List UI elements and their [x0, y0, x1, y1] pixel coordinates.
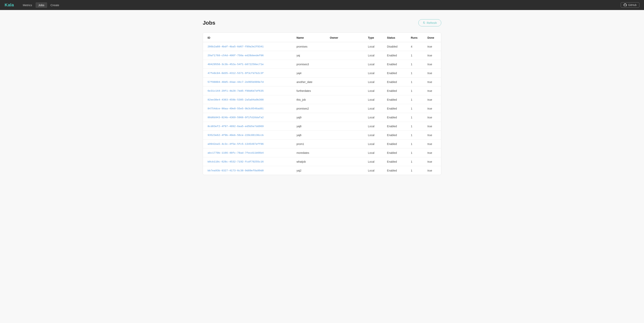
- job-id-link[interactable]: 8cd83ef2-4f97-4892-6aa5-ed5b5e7dd969: [208, 125, 264, 128]
- job-owner: [327, 113, 365, 122]
- job-name: yaj4: [293, 69, 326, 78]
- job-name: promises: [293, 42, 326, 51]
- job-id-link[interactable]: 47fe0c04-0d35-4312-5371-9f3cfd7b2c3f: [208, 72, 264, 75]
- job-done: true: [424, 95, 441, 104]
- job-status: Disabled: [384, 42, 408, 51]
- job-id-link[interactable]: 84754dce-90aa-49e0-55e5-9b3c0546ad81: [208, 107, 264, 110]
- col-header-owner: Owner: [327, 33, 365, 42]
- job-name: another_date: [293, 78, 326, 86]
- job-name: prom1: [293, 140, 326, 148]
- page-content: Jobs ↻ Refresh ID Name Owner Type Status…: [195, 10, 449, 183]
- job-done: true: [424, 131, 441, 140]
- refresh-button[interactable]: ↻ Refresh: [418, 19, 441, 26]
- github-button[interactable]: GitHub: [621, 2, 640, 8]
- job-done: true: [424, 104, 441, 113]
- job-status: Enabled: [384, 51, 408, 60]
- job-status: Enabled: [384, 166, 408, 175]
- job-owner: [327, 42, 365, 51]
- table-row: 40429558-3c3b-452a-54f1-b872258ec71eprom…: [203, 60, 441, 69]
- table-row: 8cd83ef2-4f97-4892-6aa5-ed5b5e7dd969yaj8…: [203, 122, 441, 131]
- job-id-link[interactable]: 57f88804-48d5-44ae-44c7-2e965b989e7d: [208, 81, 264, 84]
- job-status: Enabled: [384, 69, 408, 78]
- job-owner: [327, 122, 365, 131]
- job-status: Enabled: [384, 60, 408, 69]
- job-runs: 1: [408, 148, 424, 157]
- navbar-link-create[interactable]: Create: [48, 2, 62, 8]
- job-type: Local: [365, 166, 384, 175]
- job-id-link[interactable]: 29af1768-c54d-400f-750a-ed28deedef06: [208, 54, 264, 57]
- table-row: 6e31c144-29f1-4b28-7dd5-f88d6d7df635furt…: [203, 86, 441, 95]
- job-id-link[interactable]: 286b2a88-4bdf-4ba5-6d67-f89a3e2f8341: [208, 45, 264, 48]
- job-name: yaj8: [293, 122, 326, 131]
- job-done: true: [424, 78, 441, 86]
- job-name: yaj: [293, 51, 326, 60]
- job-owner: [327, 69, 365, 78]
- job-runs: 1: [408, 131, 424, 140]
- job-owner: [327, 148, 365, 157]
- table-row: 286b2a88-4bdf-4ba5-6d67-f89a3e2f8341prom…: [203, 42, 441, 51]
- job-done: true: [424, 122, 441, 131]
- table-row: b0cb110c-628c-4532-7192-fcdf70255c16what…: [203, 157, 441, 166]
- job-runs: 1: [408, 86, 424, 95]
- job-id-link[interactable]: bb7ea93b-6327-4173-6c38-9d89ef8a99d0: [208, 169, 264, 172]
- table-row: 84754dce-90aa-49e0-55e5-9b3c0546ad81prom…: [203, 104, 441, 113]
- navbar: Kala Metrics Jobs Create GitHub: [0, 0, 644, 10]
- job-status: Enabled: [384, 86, 408, 95]
- job-id-link[interactable]: b0cb110c-628c-4532-7192-fcdf70255c16: [208, 160, 264, 163]
- job-id-link[interactable]: a9942ea5-4c3c-4f5e-5fc5-1345497eff86: [208, 143, 264, 146]
- jobs-table-card: ID Name Owner Type Status Runs Done 286b…: [203, 33, 441, 175]
- table-row: 57f88804-48d5-44ae-44c7-2e965b989e7danot…: [203, 78, 441, 86]
- job-id-link[interactable]: 93523e62-4f9b-40eb-56ce-220c06136ccb: [208, 134, 264, 137]
- job-name: promises3: [293, 60, 326, 69]
- table-row: 47fe0c04-0d35-4312-5371-9f3cfd7b2c3fyaj4…: [203, 69, 441, 78]
- job-owner: [327, 104, 365, 113]
- navbar-link-jobs[interactable]: Jobs: [36, 2, 47, 8]
- job-type: Local: [365, 140, 384, 148]
- job-type: Local: [365, 104, 384, 113]
- refresh-label: Refresh: [427, 21, 437, 25]
- job-name: promises2: [293, 104, 326, 113]
- job-id-link[interactable]: 88d6b943-824b-4369-5966-9f1fd16dafa2: [208, 116, 264, 119]
- job-type: Local: [365, 60, 384, 69]
- job-id-link[interactable]: 82ee38e4-4383-459b-5385-2a5a04a9b308: [208, 98, 264, 101]
- table-row: bb7ea93b-6327-4173-6c38-9d89ef8a99d0yaj2…: [203, 166, 441, 175]
- col-header-type: Type: [365, 33, 384, 42]
- col-header-done: Done: [424, 33, 441, 42]
- table-row: 82ee38e4-4383-459b-5385-2a5a04a9b308this…: [203, 95, 441, 104]
- job-runs: 1: [408, 113, 424, 122]
- job-runs: 1: [408, 95, 424, 104]
- job-id-link[interactable]: 40429558-3c3b-452a-54f1-b872258ec71e: [208, 63, 264, 66]
- table-body: 286b2a88-4bdf-4ba5-6d67-f89a3e2f8341prom…: [203, 42, 441, 175]
- job-status: Enabled: [384, 104, 408, 113]
- job-runs: 1: [408, 60, 424, 69]
- job-name: moredates: [293, 148, 326, 157]
- job-id-link[interactable]: abc1770b-1166-48fc-78ad-7fecd11b66b4: [208, 151, 264, 154]
- col-header-id: ID: [203, 33, 293, 42]
- job-status: Enabled: [384, 148, 408, 157]
- navbar-link-metrics[interactable]: Metrics: [20, 2, 34, 8]
- table-row: abc1770b-1166-48fc-78ad-7fecd11b66b4more…: [203, 148, 441, 157]
- job-status: Enabled: [384, 78, 408, 86]
- job-done: true: [424, 140, 441, 148]
- job-done: true: [424, 148, 441, 157]
- job-runs: 4: [408, 42, 424, 51]
- page-header: Jobs ↻ Refresh: [203, 19, 441, 26]
- github-icon: [624, 4, 627, 7]
- job-owner: [327, 86, 365, 95]
- job-id-link[interactable]: 6e31c144-29f1-4b28-7dd5-f88d6d7df635: [208, 90, 264, 92]
- job-type: Local: [365, 148, 384, 157]
- job-type: Local: [365, 131, 384, 140]
- jobs-table: ID Name Owner Type Status Runs Done 286b…: [203, 33, 441, 175]
- col-header-status: Status: [384, 33, 408, 42]
- job-runs: 1: [408, 51, 424, 60]
- job-owner: [327, 131, 365, 140]
- table-row: 88d6b943-824b-4369-5966-9f1fd16dafa2yaj9…: [203, 113, 441, 122]
- page-title: Jobs: [203, 20, 215, 26]
- job-runs: 1: [408, 122, 424, 131]
- job-owner: [327, 157, 365, 166]
- table-row: 93523e62-4f9b-40eb-56ce-220c06136ccbyaj6…: [203, 131, 441, 140]
- col-header-runs: Runs: [408, 33, 424, 42]
- job-type: Local: [365, 69, 384, 78]
- job-done: true: [424, 51, 441, 60]
- brand-logo[interactable]: Kala: [4, 3, 14, 8]
